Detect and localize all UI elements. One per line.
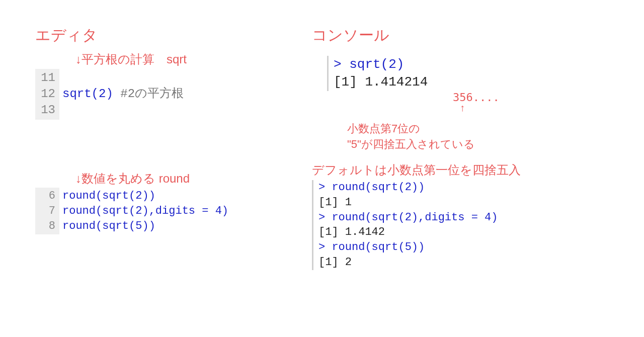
console-line: > sqrt(2)	[334, 56, 614, 73]
annot-default-round: デフォルトは小数点第一位を四捨五入	[312, 161, 614, 179]
editor-code-2: round(sqrt(2)) round(sqrt(2),digits = 4)…	[59, 188, 231, 234]
page-root: エディタ ↓平方根の計算 sqrt 11 12 13 sqrt(2) #2の平方…	[0, 0, 644, 337]
console-line: [1] 1	[318, 195, 614, 210]
annot-rounding-a: 小数点第7位の	[347, 121, 614, 137]
editor-line: sqrt(2) #2の平方根	[62, 86, 184, 102]
annot-round: ↓数値を丸める round	[75, 170, 297, 187]
editor-block-sqrt: 11 12 13 sqrt(2) #2の平方根	[35, 69, 297, 120]
editor-heading: エディタ	[35, 25, 297, 46]
console-line: [1] 1.414214	[334, 73, 614, 91]
console-heading: コンソール	[312, 25, 614, 46]
console-line: [1] 1.4142	[318, 225, 614, 240]
console-line: > round(sqrt(2),digits = 4)	[318, 210, 614, 225]
console-line: > round(sqrt(5))	[318, 240, 614, 255]
line-number: 7	[38, 204, 55, 219]
line-number: 11	[38, 70, 55, 86]
editor-gutter-2: 6 7 8	[35, 188, 59, 234]
console-column: コンソール > sqrt(2) [1] 1.414214 356.... ↑ 小…	[312, 25, 614, 272]
editor-gutter-1: 11 12 13	[35, 69, 59, 120]
line-number: 13	[38, 102, 55, 118]
console-block-round: > round(sqrt(2)) [1] 1 > round(sqrt(2),d…	[312, 180, 614, 270]
console-block-sqrt: > sqrt(2) [1] 1.414214	[327, 56, 614, 91]
editor-line	[62, 70, 184, 86]
annot-sqrt: ↓平方根の計算 sqrt	[75, 51, 297, 68]
line-number: 12	[38, 86, 55, 102]
console-line: [1] 2	[318, 255, 614, 270]
editor-line	[62, 102, 184, 118]
line-number: 6	[38, 189, 55, 204]
annot-rounding-b: "5"が四捨五入されている	[347, 137, 614, 152]
truncation-note: 356.... ↑	[453, 91, 614, 121]
editor-line: round(sqrt(2))	[62, 189, 228, 204]
up-arrow-icon: ↑	[460, 104, 614, 112]
editor-code-1: sqrt(2) #2の平方根	[59, 69, 187, 120]
console-line: > round(sqrt(2))	[318, 180, 614, 195]
line-number: 8	[38, 219, 55, 234]
editor-block-round: 6 7 8 round(sqrt(2)) round(sqrt(2),digit…	[35, 188, 297, 234]
editor-column: エディタ ↓平方根の計算 sqrt 11 12 13 sqrt(2) #2の平方…	[35, 25, 297, 238]
editor-line: round(sqrt(2),digits = 4)	[62, 204, 228, 219]
editor-line: round(sqrt(5))	[62, 219, 228, 234]
truncation-value: 356....	[453, 91, 614, 104]
